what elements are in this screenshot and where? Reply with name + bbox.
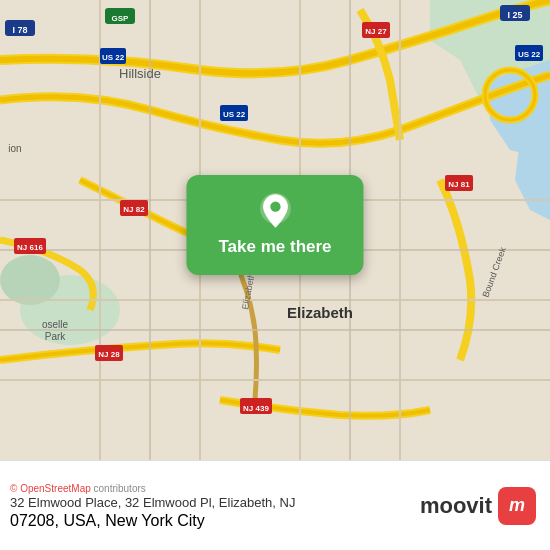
location-pin-icon — [257, 193, 293, 229]
svg-point-6 — [0, 255, 60, 305]
svg-text:Park: Park — [45, 331, 67, 342]
svg-text:NJ 81: NJ 81 — [448, 180, 470, 189]
svg-text:ion: ion — [8, 143, 21, 154]
svg-text:NJ 82: NJ 82 — [123, 205, 145, 214]
osm-credit: © OpenStreetMap contributors — [10, 483, 410, 494]
osm-contributors: contributors — [94, 483, 146, 494]
svg-point-52 — [270, 202, 280, 212]
moovit-icon-box: m — [498, 487, 536, 525]
bottom-bar: © OpenStreetMap contributors 32 Elmwood … — [0, 460, 550, 550]
svg-text:US 22: US 22 — [102, 53, 125, 62]
osm-icon: © — [10, 483, 17, 494]
address-line1: 32 Elmwood Place, 32 Elmwood Pl, Elizabe… — [10, 494, 410, 512]
svg-text:US 22: US 22 — [518, 50, 541, 59]
map-container: I 78 GSP US 22 US 22 NJ 82 NJ 27 NJ 81 N… — [0, 0, 550, 460]
svg-text:I 78: I 78 — [12, 25, 27, 35]
address-text-2: 07208, USA, New York City — [10, 512, 205, 529]
moovit-logo: moovit m — [420, 487, 536, 525]
svg-text:NJ 27: NJ 27 — [365, 27, 387, 36]
svg-text:US 22: US 22 — [223, 110, 246, 119]
svg-text:NJ 28: NJ 28 — [98, 350, 120, 359]
moovit-icon: m — [509, 495, 525, 516]
moovit-text: moovit — [420, 493, 492, 519]
address-line2: 07208, USA, New York City — [10, 512, 410, 530]
svg-text:Hillside: Hillside — [119, 66, 161, 81]
svg-text:NJ 439: NJ 439 — [243, 404, 269, 413]
take-me-there-button[interactable]: Take me there — [186, 175, 363, 275]
svg-text:GSP: GSP — [112, 14, 130, 23]
take-me-there-label: Take me there — [218, 237, 331, 257]
osm-link[interactable]: OpenStreetMap — [20, 483, 91, 494]
svg-text:I 25: I 25 — [507, 10, 522, 20]
address-text-1: 32 Elmwood Place, 32 Elmwood Pl, Elizabe… — [10, 495, 295, 510]
svg-text:NJ 616: NJ 616 — [17, 243, 43, 252]
svg-text:Elizabeth: Elizabeth — [287, 304, 353, 321]
address-section: © OpenStreetMap contributors 32 Elmwood … — [10, 481, 410, 530]
svg-text:oselle: oselle — [42, 319, 69, 330]
